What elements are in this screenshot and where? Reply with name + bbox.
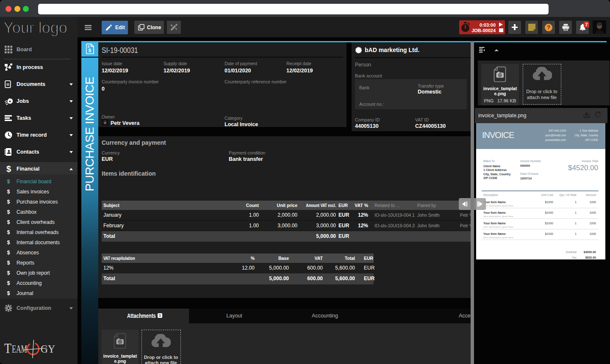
svg-text:GY: GY	[41, 343, 55, 355]
svg-text:$: $	[89, 48, 92, 53]
svg-text:EAM: EAM	[12, 343, 27, 355]
svg-text:T: T	[4, 340, 11, 356]
